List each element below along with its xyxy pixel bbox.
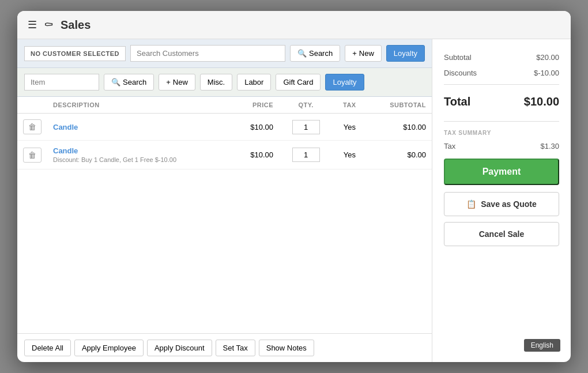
right-panel: Subtotal $20.00 Discounts $-10.00 Total … xyxy=(432,39,571,362)
description-cell: Candle Discount: Buy 1 Candle, Get 1 Fre… xyxy=(47,141,232,169)
save-quote-button[interactable]: 📋 Save as Quote xyxy=(444,192,559,216)
discounts-value: $-10.00 xyxy=(534,69,559,77)
subtotal-row: Subtotal $20.00 xyxy=(444,50,559,65)
tax-summary-label: TAX SUMMARY xyxy=(444,130,559,136)
item-plus-icon: + xyxy=(166,78,171,86)
apply-employee-button[interactable]: Apply Employee xyxy=(74,340,144,356)
subtotal-value: $20.00 xyxy=(536,53,559,62)
customer-loyalty-button[interactable]: Loyalty xyxy=(386,45,425,62)
qty-input[interactable] xyxy=(292,148,320,162)
delete-all-button[interactable]: Delete All xyxy=(24,340,71,356)
tax-value: $1.30 xyxy=(540,142,559,150)
item-name-link[interactable]: Candle xyxy=(53,146,226,155)
item-search-button[interactable]: 🔍 Search xyxy=(104,74,154,91)
discounts-label: Discounts xyxy=(444,69,477,77)
col-price: PRICE xyxy=(232,97,279,114)
items-table-area: DESCRIPTION PRICE QTY. TAX SUBTOTAL 🗑 Ca… xyxy=(17,97,432,333)
hamburger-icon[interactable]: ☰ xyxy=(28,18,37,31)
apply-discount-button[interactable]: Apply Discount xyxy=(147,340,212,356)
item-bar: 🔍 Search + New Misc. Labor Gift Card Loy… xyxy=(17,68,432,97)
item-new-button[interactable]: + New xyxy=(159,74,195,91)
col-description: DESCRIPTION xyxy=(47,97,232,114)
customer-search-button[interactable]: 🔍 Search xyxy=(290,45,340,62)
quote-icon: 📋 xyxy=(466,199,476,209)
delete-item-button[interactable]: 🗑 xyxy=(23,119,42,134)
delete-cell: 🗑 xyxy=(17,141,47,169)
set-tax-button[interactable]: Set Tax xyxy=(216,340,255,356)
tax-cell: Yes xyxy=(333,141,366,169)
subtotal-cell: $10.00 xyxy=(367,114,432,141)
user-icon: ⚰ xyxy=(44,18,54,32)
customer-bar: NO CUSTOMER SELECTED 🔍 Search + New Loya… xyxy=(17,39,432,68)
table-row: 🗑 Candle Discount: Buy 1 Candle, Get 1 F… xyxy=(17,141,432,169)
col-subtotal: SUBTOTAL xyxy=(367,97,432,114)
item-name-link[interactable]: Candle xyxy=(53,123,226,131)
plus-icon: + xyxy=(352,49,357,58)
delete-cell: 🗑 xyxy=(17,114,47,141)
language-badge[interactable]: English xyxy=(524,339,560,352)
cancel-sale-button[interactable]: Cancel Sale xyxy=(444,222,559,246)
price-cell: $10.00 xyxy=(232,141,279,169)
item-search-input[interactable] xyxy=(24,74,99,91)
subtotal-cell: $0.00 xyxy=(367,141,432,169)
item-loyalty-button[interactable]: Loyalty xyxy=(325,74,364,91)
tax-label: Tax xyxy=(444,142,455,150)
total-row: Total $10.00 xyxy=(444,91,559,113)
total-divider xyxy=(444,121,559,122)
save-quote-label: Save as Quote xyxy=(481,199,537,209)
item-search-icon: 🔍 xyxy=(111,78,120,86)
app-title: Sales xyxy=(61,18,91,32)
total-value: $10.00 xyxy=(524,95,559,108)
customer-new-button[interactable]: + New xyxy=(345,45,382,62)
tax-row: Tax $1.30 xyxy=(444,138,559,154)
discount-text: Discount: Buy 1 Candle, Get 1 Free $-10.… xyxy=(53,156,226,163)
gift-card-button[interactable]: Gift Card xyxy=(276,74,321,91)
misc-button[interactable]: Misc. xyxy=(200,74,232,91)
price-cell: $10.00 xyxy=(232,114,279,141)
search-icon: 🔍 xyxy=(297,49,307,58)
action-bar: Delete All Apply Employee Apply Discount… xyxy=(17,333,432,362)
payment-button[interactable]: Payment xyxy=(444,159,559,185)
tax-cell: Yes xyxy=(333,114,366,141)
show-notes-button[interactable]: Show Notes xyxy=(259,340,314,356)
col-qty: QTY. xyxy=(279,97,333,114)
col-tax: TAX xyxy=(333,97,366,114)
qty-input[interactable] xyxy=(292,120,320,134)
labor-button[interactable]: Labor xyxy=(237,74,271,91)
qty-cell xyxy=(279,114,333,141)
delete-item-button[interactable]: 🗑 xyxy=(23,148,42,163)
items-table: DESCRIPTION PRICE QTY. TAX SUBTOTAL 🗑 Ca… xyxy=(17,97,432,169)
total-label: Total xyxy=(444,95,470,108)
table-row: 🗑 Candle $10.00 Yes $10.00 xyxy=(17,114,432,141)
no-customer-badge: NO CUSTOMER SELECTED xyxy=(24,46,126,61)
summary-divider xyxy=(444,84,559,85)
qty-cell xyxy=(279,141,333,169)
customer-search-input[interactable] xyxy=(130,45,285,62)
discounts-row: Discounts $-10.00 xyxy=(444,65,559,81)
subtotal-label: Subtotal xyxy=(444,53,472,62)
description-cell: Candle xyxy=(47,114,232,141)
